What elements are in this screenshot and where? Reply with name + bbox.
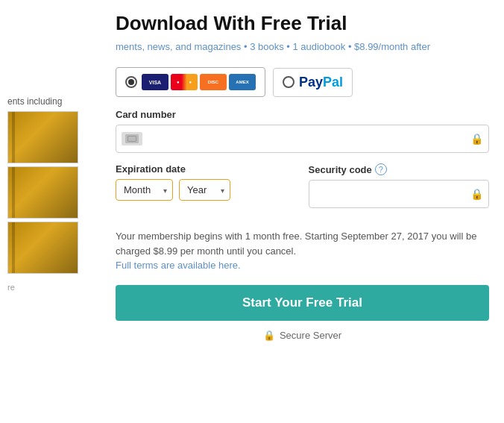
secure-server-label: Secure Server (280, 330, 341, 341)
visa-icon: VISA (142, 74, 168, 90)
expiry-col: Expiration date Month 010203 040506 0708… (116, 163, 297, 219)
card-payment-option[interactable]: VISA ● ● DISC AMEX (116, 67, 265, 97)
security-label-row: Security code ? (309, 163, 490, 175)
amex-icon: AMEX (229, 74, 256, 90)
card-chip-icon (122, 132, 142, 145)
main-content: Download With Free Trial ments, news, an… (101, 0, 504, 423)
expiry-label: Expiration date (116, 163, 297, 175)
year-select-wrapper: Year 201720182019 202020212022 202320242… (179, 179, 230, 201)
paypal-payment-option[interactable]: PayPal (273, 68, 353, 97)
page-title: Download With Free Trial (116, 12, 489, 35)
paypal-label: PayPal (299, 75, 343, 90)
security-help-icon[interactable]: ? (375, 163, 387, 175)
secure-lock-icon: 🔒 (263, 330, 275, 341)
mastercard-icon: ● ● (171, 74, 198, 90)
terms-text: Your membership begins with 1 month free… (116, 229, 489, 273)
month-select[interactable]: Month 010203 040506 070809 101112 (116, 179, 173, 201)
month-select-wrapper: Month 010203 040506 070809 101112 ▾ (116, 179, 173, 201)
security-input-wrapper: 🔒 (309, 180, 490, 208)
terms-link[interactable]: Full terms are available here. (116, 260, 241, 271)
payment-methods: VISA ● ● DISC AMEX PayPal (116, 67, 489, 97)
card-number-wrapper: 🔒 (116, 125, 489, 153)
card-number-label: Card number (116, 109, 489, 120)
discover-icon: DISC (200, 74, 227, 90)
secure-server-footer: 🔒 Secure Server (116, 330, 489, 341)
expiry-selects: Month 010203 040506 070809 101112 ▾ Year… (116, 179, 297, 201)
security-lock-icon: 🔒 (470, 188, 483, 200)
security-code-input[interactable] (309, 180, 490, 208)
card-radio[interactable] (125, 76, 137, 88)
year-select[interactable]: Year 201720182019 202020212022 202320242… (179, 179, 230, 201)
card-icons: VISA ● ● DISC AMEX (142, 74, 256, 90)
subtitle-text: ments, news, and magazines • 3 books • 1… (116, 41, 489, 52)
card-number-input[interactable] (116, 125, 489, 153)
sidebar-label: ents including (0, 90, 101, 108)
start-trial-button[interactable]: Start Your Free Trial (116, 285, 489, 321)
book-cover-3 (7, 222, 78, 274)
sidebar-extra: re (0, 277, 101, 298)
book-cover-2 (7, 166, 78, 219)
sidebar: ents including re (0, 0, 101, 423)
card-lock-icon: 🔒 (470, 133, 483, 145)
book-cover-1 (7, 111, 78, 163)
security-col: Security code ? 🔒 (309, 163, 490, 219)
expiry-security-row: Expiration date Month 010203 040506 0708… (116, 163, 489, 219)
security-code-label: Security code (309, 164, 372, 175)
paypal-radio[interactable] (283, 76, 294, 88)
